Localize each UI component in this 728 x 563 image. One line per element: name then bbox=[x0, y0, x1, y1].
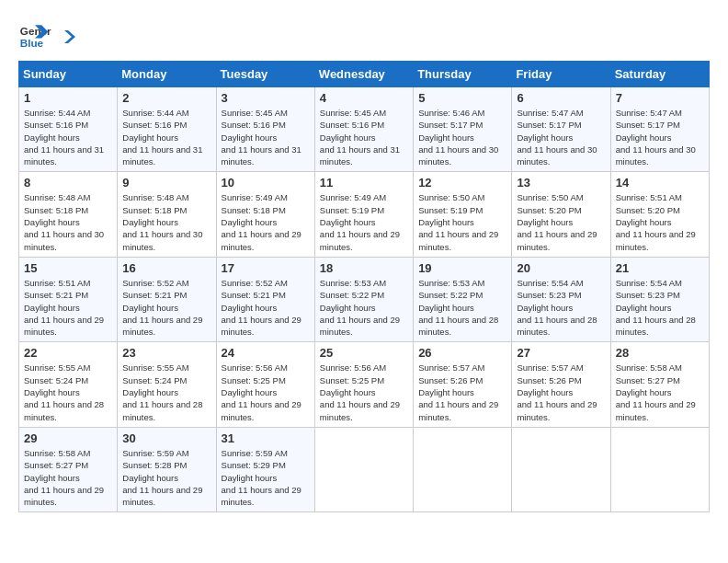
day-number: 26 bbox=[418, 346, 506, 360]
day-number: 18 bbox=[320, 261, 408, 275]
day-number: 5 bbox=[418, 91, 506, 105]
column-header-thursday: Thursday bbox=[414, 62, 512, 87]
day-info: Sunrise: 5:52 AM Sunset: 5:21 PM Dayligh… bbox=[222, 277, 310, 338]
day-number: 14 bbox=[616, 176, 704, 190]
logo: General Blue bbox=[18, 18, 75, 52]
calendar-cell: 10 Sunrise: 5:49 AM Sunset: 5:18 PM Dayl… bbox=[216, 172, 314, 257]
day-info: Sunrise: 5:49 AM Sunset: 5:18 PM Dayligh… bbox=[222, 191, 310, 252]
calendar-cell: 13 Sunrise: 5:50 AM Sunset: 5:20 PM Dayl… bbox=[512, 172, 610, 257]
calendar-cell: 12 Sunrise: 5:50 AM Sunset: 5:19 PM Dayl… bbox=[414, 172, 512, 257]
calendar-cell: 30 Sunrise: 5:59 AM Sunset: 5:28 PM Dayl… bbox=[118, 427, 216, 511]
calendar-cell bbox=[512, 427, 610, 511]
svg-marker-3 bbox=[64, 30, 75, 43]
day-info: Sunrise: 5:57 AM Sunset: 5:26 PM Dayligh… bbox=[418, 362, 506, 422]
day-info: Sunrise: 5:44 AM Sunset: 5:16 PM Dayligh… bbox=[24, 107, 112, 167]
calendar-week-row: 29 Sunrise: 5:58 AM Sunset: 5:27 PM Dayl… bbox=[19, 427, 710, 511]
calendar-cell: 18 Sunrise: 5:53 AM Sunset: 5:22 PM Dayl… bbox=[314, 257, 413, 341]
logo-icon: General Blue bbox=[18, 18, 51, 52]
day-number: 4 bbox=[320, 91, 408, 105]
calendar-cell: 4 Sunrise: 5:45 AM Sunset: 5:16 PM Dayli… bbox=[314, 87, 413, 172]
day-info: Sunrise: 5:48 AM Sunset: 5:18 PM Dayligh… bbox=[24, 191, 112, 252]
day-info: Sunrise: 5:50 AM Sunset: 5:19 PM Dayligh… bbox=[418, 191, 506, 252]
day-info: Sunrise: 5:53 AM Sunset: 5:22 PM Dayligh… bbox=[418, 277, 506, 338]
calendar-cell: 16 Sunrise: 5:52 AM Sunset: 5:21 PM Dayl… bbox=[118, 257, 216, 341]
calendar-week-row: 15 Sunrise: 5:51 AM Sunset: 5:21 PM Dayl… bbox=[19, 257, 710, 341]
column-header-saturday: Saturday bbox=[610, 62, 709, 87]
day-number: 23 bbox=[122, 346, 210, 360]
column-header-friday: Friday bbox=[512, 62, 610, 87]
day-info: Sunrise: 5:53 AM Sunset: 5:22 PM Dayligh… bbox=[320, 277, 408, 338]
calendar-cell: 27 Sunrise: 5:57 AM Sunset: 5:26 PM Dayl… bbox=[512, 342, 610, 427]
day-number: 25 bbox=[320, 346, 408, 360]
day-number: 24 bbox=[222, 346, 310, 360]
day-number: 16 bbox=[122, 261, 210, 275]
calendar-cell: 20 Sunrise: 5:54 AM Sunset: 5:23 PM Dayl… bbox=[512, 257, 610, 341]
day-number: 20 bbox=[517, 261, 605, 275]
day-number: 1 bbox=[24, 91, 112, 105]
day-info: Sunrise: 5:55 AM Sunset: 5:24 PM Dayligh… bbox=[24, 362, 112, 422]
day-info: Sunrise: 5:50 AM Sunset: 5:20 PM Dayligh… bbox=[517, 191, 605, 252]
header-row: SundayMondayTuesdayWednesdayThursdayFrid… bbox=[19, 62, 710, 87]
calendar-cell bbox=[414, 427, 512, 511]
calendar-cell: 26 Sunrise: 5:57 AM Sunset: 5:26 PM Dayl… bbox=[414, 342, 512, 427]
calendar-cell: 24 Sunrise: 5:56 AM Sunset: 5:25 PM Dayl… bbox=[216, 342, 314, 427]
logo-arrow-icon bbox=[59, 29, 75, 45]
day-number: 7 bbox=[616, 91, 704, 105]
calendar-cell: 2 Sunrise: 5:44 AM Sunset: 5:16 PM Dayli… bbox=[118, 87, 216, 172]
calendar-cell: 29 Sunrise: 5:58 AM Sunset: 5:27 PM Dayl… bbox=[19, 427, 118, 511]
calendar-cell: 15 Sunrise: 5:51 AM Sunset: 5:21 PM Dayl… bbox=[19, 257, 118, 341]
day-number: 15 bbox=[24, 261, 112, 275]
day-info: Sunrise: 5:57 AM Sunset: 5:26 PM Dayligh… bbox=[517, 362, 605, 422]
calendar-week-row: 1 Sunrise: 5:44 AM Sunset: 5:16 PM Dayli… bbox=[19, 87, 710, 172]
day-number: 30 bbox=[122, 431, 210, 445]
day-info: Sunrise: 5:58 AM Sunset: 5:27 PM Dayligh… bbox=[616, 362, 704, 422]
calendar-cell: 7 Sunrise: 5:47 AM Sunset: 5:17 PM Dayli… bbox=[610, 87, 709, 172]
calendar-cell: 11 Sunrise: 5:49 AM Sunset: 5:19 PM Dayl… bbox=[314, 172, 413, 257]
day-number: 8 bbox=[24, 176, 112, 190]
day-info: Sunrise: 5:45 AM Sunset: 5:16 PM Dayligh… bbox=[320, 107, 408, 167]
column-header-sunday: Sunday bbox=[19, 62, 118, 87]
day-number: 13 bbox=[517, 176, 605, 190]
day-info: Sunrise: 5:52 AM Sunset: 5:21 PM Dayligh… bbox=[122, 277, 210, 338]
day-number: 11 bbox=[320, 176, 408, 190]
calendar-cell: 14 Sunrise: 5:51 AM Sunset: 5:20 PM Dayl… bbox=[610, 172, 709, 257]
day-number: 10 bbox=[222, 176, 310, 190]
day-info: Sunrise: 5:51 AM Sunset: 5:21 PM Dayligh… bbox=[24, 277, 112, 338]
day-info: Sunrise: 5:47 AM Sunset: 5:17 PM Dayligh… bbox=[616, 107, 704, 167]
calendar-cell bbox=[610, 427, 709, 511]
day-number: 28 bbox=[616, 346, 704, 360]
column-header-monday: Monday bbox=[118, 62, 216, 87]
day-info: Sunrise: 5:59 AM Sunset: 5:28 PM Dayligh… bbox=[122, 447, 210, 508]
calendar-cell: 21 Sunrise: 5:54 AM Sunset: 5:23 PM Dayl… bbox=[610, 257, 709, 341]
day-number: 3 bbox=[222, 91, 310, 105]
calendar-cell: 28 Sunrise: 5:58 AM Sunset: 5:27 PM Dayl… bbox=[610, 342, 709, 427]
day-info: Sunrise: 5:44 AM Sunset: 5:16 PM Dayligh… bbox=[122, 107, 210, 167]
day-number: 6 bbox=[517, 91, 605, 105]
day-info: Sunrise: 5:51 AM Sunset: 5:20 PM Dayligh… bbox=[616, 191, 704, 252]
day-info: Sunrise: 5:59 AM Sunset: 5:29 PM Dayligh… bbox=[222, 447, 310, 508]
calendar-cell: 19 Sunrise: 5:53 AM Sunset: 5:22 PM Dayl… bbox=[414, 257, 512, 341]
calendar-cell: 17 Sunrise: 5:52 AM Sunset: 5:21 PM Dayl… bbox=[216, 257, 314, 341]
calendar-cell: 25 Sunrise: 5:56 AM Sunset: 5:25 PM Dayl… bbox=[314, 342, 413, 427]
calendar-week-row: 8 Sunrise: 5:48 AM Sunset: 5:18 PM Dayli… bbox=[19, 172, 710, 257]
day-info: Sunrise: 5:56 AM Sunset: 5:25 PM Dayligh… bbox=[222, 362, 310, 422]
day-info: Sunrise: 5:56 AM Sunset: 5:25 PM Dayligh… bbox=[320, 362, 408, 422]
calendar-cell: 5 Sunrise: 5:46 AM Sunset: 5:17 PM Dayli… bbox=[414, 87, 512, 172]
day-info: Sunrise: 5:58 AM Sunset: 5:27 PM Dayligh… bbox=[24, 447, 112, 508]
day-number: 29 bbox=[24, 431, 112, 445]
column-header-tuesday: Tuesday bbox=[216, 62, 314, 87]
day-info: Sunrise: 5:47 AM Sunset: 5:17 PM Dayligh… bbox=[517, 107, 605, 167]
day-info: Sunrise: 5:49 AM Sunset: 5:19 PM Dayligh… bbox=[320, 191, 408, 252]
day-info: Sunrise: 5:54 AM Sunset: 5:23 PM Dayligh… bbox=[616, 277, 704, 338]
calendar-table: SundayMondayTuesdayWednesdayThursdayFrid… bbox=[18, 61, 710, 512]
calendar-cell: 8 Sunrise: 5:48 AM Sunset: 5:18 PM Dayli… bbox=[19, 172, 118, 257]
day-number: 19 bbox=[418, 261, 506, 275]
calendar-cell: 31 Sunrise: 5:59 AM Sunset: 5:29 PM Dayl… bbox=[216, 427, 314, 511]
calendar-cell: 6 Sunrise: 5:47 AM Sunset: 5:17 PM Dayli… bbox=[512, 87, 610, 172]
calendar-cell: 23 Sunrise: 5:55 AM Sunset: 5:24 PM Dayl… bbox=[118, 342, 216, 427]
day-info: Sunrise: 5:45 AM Sunset: 5:16 PM Dayligh… bbox=[222, 107, 310, 167]
column-header-wednesday: Wednesday bbox=[314, 62, 413, 87]
day-info: Sunrise: 5:48 AM Sunset: 5:18 PM Dayligh… bbox=[122, 191, 210, 252]
day-info: Sunrise: 5:54 AM Sunset: 5:23 PM Dayligh… bbox=[517, 277, 605, 338]
day-number: 27 bbox=[517, 346, 605, 360]
